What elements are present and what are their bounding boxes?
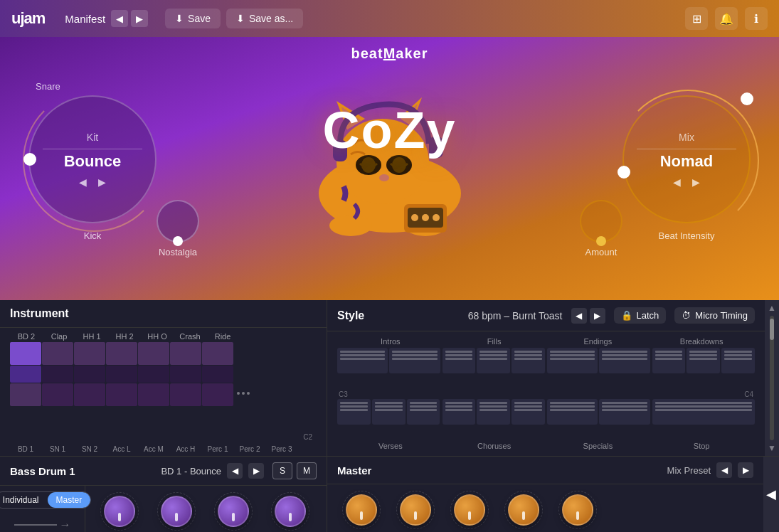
master-volume-knob[interactable] xyxy=(562,494,593,526)
style-title: Style xyxy=(337,309,364,322)
verse-block-1[interactable] xyxy=(337,399,371,425)
mix-knob-dot-top[interactable] xyxy=(741,92,753,105)
mix-prev-button[interactable]: ◀ xyxy=(673,176,681,188)
master-toggle[interactable]: Master xyxy=(48,492,91,508)
scroll-up-button[interactable]: ▲ xyxy=(768,303,776,313)
maximize-knob[interactable] xyxy=(454,494,485,526)
micro-timing-button[interactable]: ⏱ Micro Timing xyxy=(674,307,755,324)
master-title: Master xyxy=(337,464,371,477)
panel-scrollbar[interactable]: ▲ ▼ xyxy=(765,300,779,456)
toolbar-actions: ⬇ Save ⬇ Save as... xyxy=(165,9,303,28)
master-volume-knob-container: Volume xyxy=(558,490,598,532)
instrument-piano-area[interactable]: C2 xyxy=(0,342,327,444)
kit-next-button[interactable]: ▶ xyxy=(98,176,106,188)
sweep-knob[interactable] xyxy=(346,494,377,526)
chorus-block-1[interactable] xyxy=(443,399,476,425)
side-collapse-button[interactable]: ◀ xyxy=(766,486,776,502)
decay-knob[interactable] xyxy=(161,496,192,527)
amount-label: Amount xyxy=(585,247,618,257)
maximize-knob-indicator xyxy=(468,511,471,520)
scroll-track[interactable] xyxy=(770,316,774,440)
intro-block-1[interactable] xyxy=(337,348,388,373)
white-key-1[interactable] xyxy=(10,383,41,406)
scroll-down-button[interactable]: ▼ xyxy=(768,443,776,453)
saturate-knob[interactable] xyxy=(400,494,431,526)
style-header: Style 68 bpm – Burnt Toast ◀ ▶ 🔒 Latch ⏱… xyxy=(327,300,765,331)
breakdown-block-1[interactable] xyxy=(652,348,686,373)
key-group-7[interactable] xyxy=(202,342,233,444)
key-group-2[interactable] xyxy=(42,342,73,444)
stop-block[interactable] xyxy=(652,399,756,425)
piano-keyboard[interactable] xyxy=(10,342,317,444)
save-as-button[interactable]: ⬇ Save as... xyxy=(226,9,303,28)
kit-prev-button[interactable]: ◀ xyxy=(79,176,87,188)
decay-knob-container: Decay xyxy=(157,491,196,532)
black-key-active-1[interactable] xyxy=(10,366,41,383)
mix-preset-label: Mix Preset xyxy=(667,465,711,476)
label-intros: Intros xyxy=(339,337,443,346)
ending-block-2[interactable] xyxy=(599,348,650,373)
volume-knob-indicator xyxy=(118,513,121,521)
white-key-active-1[interactable] xyxy=(10,342,41,365)
panel-bottom: Bass Drum 1 BD 1 - Bounce ◀ ▶ S M Indivi… xyxy=(0,457,779,532)
filter-knob[interactable] xyxy=(275,496,306,527)
bass-drum-header: Bass Drum 1 BD 1 - Bounce ◀ ▶ S M xyxy=(0,457,327,486)
chorus-block-3[interactable] xyxy=(512,399,545,425)
mix-knob-dot-left[interactable] xyxy=(618,166,630,179)
mix-next-button[interactable]: ▶ xyxy=(692,176,700,188)
intro-block-2[interactable] xyxy=(389,348,440,373)
preset-prev-btn[interactable]: ◀ xyxy=(227,463,243,479)
amount-knob[interactable] xyxy=(580,200,622,243)
key-group-6[interactable] xyxy=(170,342,201,444)
kit-value: Bounce xyxy=(64,152,122,171)
nostalgia-knob[interactable] xyxy=(157,200,199,243)
info-button[interactable]: ℹ xyxy=(745,7,768,30)
mix-arrows: ◀ ▶ xyxy=(673,176,700,188)
c4-label: C4 xyxy=(744,390,753,398)
saturate-knob-indicator xyxy=(414,511,417,520)
notification-button[interactable]: 🔔 xyxy=(715,7,738,30)
special-block-1[interactable] xyxy=(547,399,598,425)
fill-block-1[interactable] xyxy=(443,348,476,373)
key-group-4[interactable] xyxy=(106,342,137,444)
ending-block-1[interactable] xyxy=(547,348,598,373)
preset-next-button[interactable]: ▶ xyxy=(131,10,148,27)
key-group-3[interactable] xyxy=(74,342,105,444)
special-block-2[interactable] xyxy=(599,399,650,425)
mix-preset-next-btn[interactable]: ▶ xyxy=(738,462,753,478)
inst-label-clap: Clap xyxy=(43,332,75,341)
preset-next-btn[interactable]: ▶ xyxy=(248,463,264,479)
mix-preset-prev-btn[interactable]: ◀ xyxy=(716,462,732,478)
ambience-knob[interactable] xyxy=(508,494,539,526)
kit-control[interactable]: Kit Bounce ◀ ▶ xyxy=(28,95,157,223)
latch-button[interactable]: 🔒 Latch xyxy=(614,307,667,324)
individual-toggle[interactable]: Individual xyxy=(0,492,48,508)
expand-button[interactable]: ⊞ xyxy=(685,7,708,30)
key-group-1[interactable] xyxy=(10,342,41,444)
breakdown-block-2[interactable] xyxy=(687,348,720,373)
master-header: Master Mix Preset ◀ ▶ xyxy=(327,457,763,484)
fill-block-2[interactable] xyxy=(477,348,510,373)
key-group-5[interactable] xyxy=(138,342,169,444)
pitch-knob[interactable] xyxy=(218,496,249,527)
verse-block-2[interactable] xyxy=(372,399,406,425)
style-prev-button[interactable]: ◀ xyxy=(571,308,587,324)
piano-keys-container[interactable] xyxy=(10,342,317,444)
preset-prev-button[interactable]: ◀ xyxy=(111,10,128,27)
m-button[interactable]: M xyxy=(297,462,317,479)
mix-control[interactable]: Mix Nomad ◀ ▶ xyxy=(622,95,751,223)
save-button[interactable]: ⬇ Save xyxy=(165,9,221,28)
endings-group xyxy=(547,348,650,390)
style-next-button[interactable]: ▶ xyxy=(590,308,605,324)
verse-block-3[interactable] xyxy=(407,399,440,425)
fill-block-3[interactable] xyxy=(512,348,545,373)
scroll-thumb[interactable] xyxy=(770,319,774,340)
c2-label: C2 xyxy=(303,433,312,441)
svg-point-13 xyxy=(329,215,372,236)
snare-knob-dot[interactable] xyxy=(23,153,36,166)
breakdown-block-3[interactable] xyxy=(721,348,755,373)
volume-knob[interactable] xyxy=(104,496,135,527)
bottom-panel: Instrument BD 2 Clap HH 1 HH 2 HH O Cras… xyxy=(0,300,779,532)
s-button[interactable]: S xyxy=(272,462,292,479)
chorus-block-2[interactable] xyxy=(477,399,510,425)
